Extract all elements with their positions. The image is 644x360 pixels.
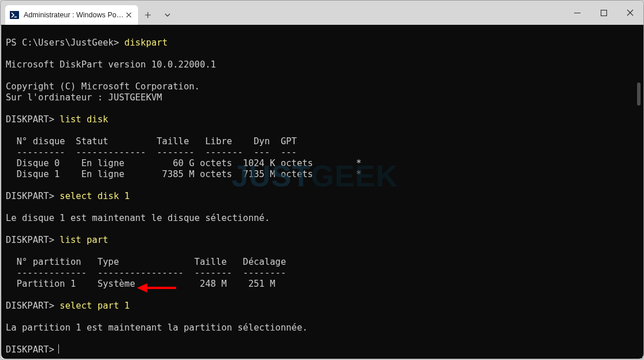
maximize-icon: [601, 10, 607, 16]
maximize-button[interactable]: [590, 1, 617, 25]
tab-close-button[interactable]: [124, 10, 133, 20]
prompt: DISKPART>: [6, 301, 59, 311]
table-row: Disque 0 En ligne 60 G octets 1024 K oct…: [6, 158, 362, 168]
command: list part: [59, 235, 108, 245]
close-icon: [126, 12, 132, 18]
table-separator: ------------- ---------------- ------- -…: [6, 268, 286, 278]
table-row: Partition 1 Système 248 M 251 M: [6, 279, 276, 289]
table-header: N° partition Type Taille Décalage: [6, 257, 286, 267]
prompt: DISKPART>: [6, 344, 59, 355]
command: select part 1: [59, 301, 129, 311]
tab-active[interactable]: Administrateur : Windows Powe: [5, 5, 138, 25]
table-row: Disque 1 En ligne 7385 M octets 7135 M o…: [6, 169, 362, 179]
title-bar: Administrateur : Windows Powe: [1, 1, 643, 25]
scrollbar[interactable]: [635, 25, 642, 358]
prompt: DISKPART>: [6, 114, 59, 125]
output-line: Microsoft DiskPart version 10.0.22000.1: [6, 59, 216, 70]
output-line: Sur l'ordinateur : JUSTGEEKVM: [6, 92, 162, 103]
output-line: La partition 1 est maintenant la partiti…: [6, 322, 308, 333]
window-controls: [564, 1, 643, 25]
table-header: N° disque Statut Taille Libre Dyn GPT: [6, 136, 297, 147]
svg-rect-3: [601, 10, 606, 16]
command: diskpart: [124, 38, 167, 48]
close-icon: [627, 9, 634, 16]
prompt: DISKPART>: [6, 191, 59, 201]
plus-icon: [144, 12, 151, 18]
tab-title: Administrateur : Windows Powe: [24, 11, 124, 19]
terminal-output[interactable]: PS C:\Users\JustGeek> diskpart Microsoft…: [1, 25, 643, 359]
command: list disk: [59, 114, 108, 125]
text-cursor: [58, 344, 59, 354]
table-separator: --------- ------------- ------- ------- …: [6, 147, 297, 158]
minimize-button[interactable]: [564, 1, 590, 25]
chevron-down-icon: [164, 12, 171, 18]
app-window: Administrateur : Windows Powe PS C:\User…: [0, 0, 644, 360]
tab-dropdown-button[interactable]: [158, 5, 177, 25]
powershell-icon: [10, 10, 19, 20]
prompt: PS C:\Users\JustGeek>: [6, 38, 124, 48]
scrollbar-thumb[interactable]: [637, 82, 641, 106]
new-tab-button[interactable]: [138, 5, 158, 25]
output-line: Le disque 1 est maintenant le disque sél…: [6, 213, 270, 223]
minimize-icon: [574, 10, 580, 16]
command: select disk 1: [59, 191, 129, 201]
prompt: DISKPART>: [6, 235, 59, 245]
close-button[interactable]: [617, 1, 643, 25]
output-line: Copyright (C) Microsoft Corporation.: [6, 81, 200, 92]
